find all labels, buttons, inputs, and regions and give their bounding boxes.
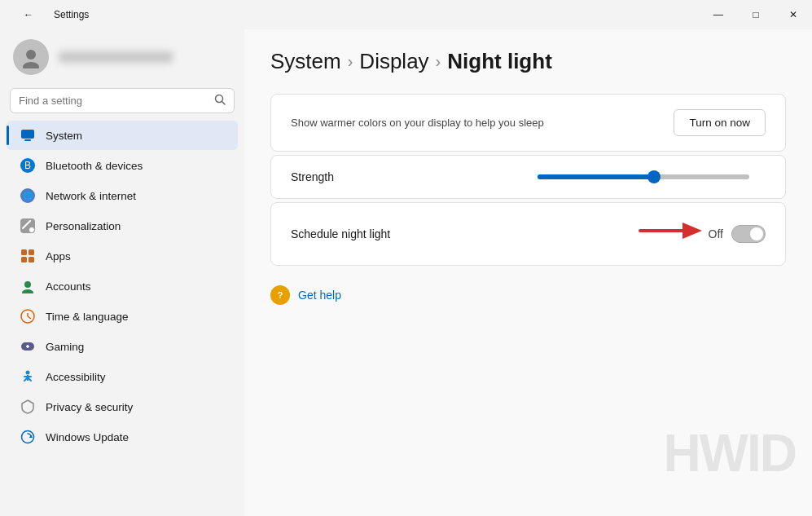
sidebar-item-accessibility[interactable]: Accessibility	[7, 362, 238, 391]
svg-line-3	[222, 102, 226, 105]
sidebar-label-personalization: Personalization	[46, 220, 121, 232]
personalization-icon	[20, 218, 36, 234]
svg-rect-14	[29, 249, 34, 255]
svg-line-21	[28, 316, 31, 319]
svg-point-18	[22, 289, 33, 293]
sidebar-item-accounts[interactable]: Accounts	[7, 271, 238, 301]
privacy-icon	[20, 399, 36, 415]
sidebar-label-bluetooth: Bluetooth & devices	[46, 160, 143, 172]
sidebar-label-accounts: Accounts	[46, 280, 91, 293]
update-icon	[20, 429, 36, 445]
svg-point-12	[29, 227, 34, 232]
schedule-card: Schedule night light Off	[270, 202, 786, 266]
watermark: HWID	[663, 423, 796, 483]
sidebar-item-update[interactable]: Windows Update	[7, 422, 238, 452]
network-icon: 🌐	[20, 187, 36, 204]
sidebar-label-apps: Apps	[46, 250, 71, 262]
svg-text:B: B	[24, 160, 31, 171]
sidebar-label-accessibility: Accessibility	[46, 371, 106, 383]
strength-card: Strength	[270, 155, 786, 199]
schedule-label: Schedule night light	[291, 227, 390, 240]
back-button[interactable]: ←	[10, 0, 47, 29]
help-icon: ?	[270, 285, 290, 305]
svg-text:🌐: 🌐	[23, 191, 33, 201]
avatar	[13, 39, 49, 75]
search-box[interactable]	[10, 88, 235, 113]
get-help-link[interactable]: Get help	[298, 289, 341, 302]
user-name	[59, 51, 173, 63]
user-profile	[0, 29, 244, 88]
maximize-button[interactable]: □	[737, 0, 775, 29]
svg-point-17	[24, 281, 31, 288]
breadcrumb: System › Display › Night light	[270, 49, 786, 74]
schedule-right-section: Off	[637, 218, 766, 250]
toggle-knob	[750, 227, 763, 240]
schedule-toggle[interactable]	[731, 225, 766, 243]
breadcrumb-system: System	[270, 49, 341, 74]
titlebar: ← Settings — □ ✕	[0, 0, 812, 29]
titlebar-controls: — □ ✕	[700, 0, 812, 29]
time-icon	[20, 308, 36, 324]
annotation-arrow	[637, 218, 702, 250]
strength-label: Strength	[291, 170, 334, 183]
search-input[interactable]	[19, 95, 208, 107]
apps-icon	[20, 248, 36, 264]
sidebar-item-network[interactable]: 🌐Network & internet	[7, 181, 238, 210]
turn-on-button[interactable]: Turn on now	[674, 109, 766, 136]
svg-text:?: ?	[278, 290, 283, 300]
minimize-button[interactable]: —	[700, 0, 737, 29]
svg-point-25	[26, 371, 30, 375]
sidebar-item-gaming[interactable]: Gaming	[7, 332, 238, 361]
sidebar: SystemBBluetooth & devices🌐Network & int…	[0, 29, 244, 516]
strength-slider-thumb[interactable]	[647, 170, 661, 183]
sidebar-label-time: Time & language	[46, 311, 129, 323]
svg-rect-16	[29, 257, 34, 262]
svg-rect-5	[24, 139, 31, 141]
nav-list: SystemBBluetooth & devices🌐Network & int…	[0, 120, 244, 452]
sidebar-item-personalization[interactable]: Personalization	[7, 211, 238, 240]
svg-marker-33	[683, 223, 702, 239]
sidebar-label-gaming: Gaming	[46, 341, 84, 353]
warm-colors-description: Show warmer colors on your display to he…	[291, 117, 544, 129]
breadcrumb-sep1: ›	[348, 52, 353, 71]
strength-slider-track[interactable]	[538, 174, 749, 179]
sidebar-item-time[interactable]: Time & language	[7, 302, 238, 331]
get-help-section: ? Get help	[270, 279, 786, 311]
system-icon	[20, 127, 36, 143]
schedule-toggle-label: Off	[709, 227, 723, 240]
svg-rect-4	[21, 130, 34, 139]
sidebar-label-network: Network & internet	[46, 190, 136, 202]
sidebar-item-bluetooth[interactable]: BBluetooth & devices	[7, 151, 238, 180]
breadcrumb-display: Display	[359, 49, 428, 74]
titlebar-left: ← Settings	[10, 0, 89, 29]
breadcrumb-nightlight: Night light	[447, 49, 552, 74]
sidebar-item-apps[interactable]: Apps	[7, 241, 238, 271]
close-button[interactable]: ✕	[775, 0, 812, 29]
schedule-toggle-container: Off	[709, 225, 766, 243]
accessibility-icon	[20, 368, 36, 385]
breadcrumb-sep2: ›	[436, 52, 441, 71]
strength-slider-container	[538, 174, 766, 179]
search-icon	[214, 94, 226, 108]
warm-colors-card: Show warmer colors on your display to he…	[270, 94, 786, 152]
sidebar-item-system[interactable]: System	[7, 121, 238, 150]
gaming-icon	[20, 338, 36, 355]
sidebar-label-system: System	[46, 130, 82, 142]
svg-point-1	[23, 62, 39, 68]
bluetooth-icon: B	[20, 157, 36, 174]
app-body: SystemBBluetooth & devices🌐Network & int…	[0, 29, 812, 516]
sidebar-label-privacy: Privacy & security	[46, 401, 133, 413]
svg-point-0	[26, 50, 36, 60]
strength-slider-fill	[538, 174, 654, 179]
content-area: System › Display › Night light Show warm…	[244, 29, 812, 516]
svg-rect-15	[21, 257, 27, 262]
sidebar-label-update: Windows Update	[46, 431, 129, 443]
app-title: Settings	[54, 9, 89, 20]
svg-rect-13	[21, 249, 27, 255]
accounts-icon	[20, 278, 36, 294]
sidebar-item-privacy[interactable]: Privacy & security	[7, 392, 238, 421]
